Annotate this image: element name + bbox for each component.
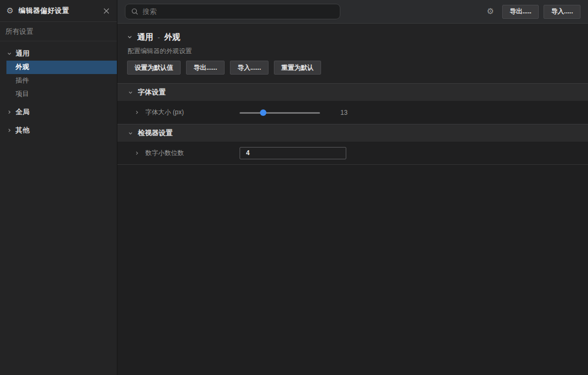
sidebar-item-all-settings[interactable]: 所有设置 bbox=[0, 22, 117, 41]
chevron-down-icon[interactable] bbox=[127, 34, 132, 40]
sidebar-item-label: 插件 bbox=[16, 76, 29, 85]
setting-label-wrap: 数字小数位数 bbox=[135, 149, 240, 158]
chevron-right-icon[interactable] bbox=[135, 110, 139, 115]
sidebar-item-label: 外观 bbox=[16, 63, 29, 72]
sidebar-item-project[interactable]: 项目 bbox=[0, 87, 117, 101]
section-title: 检视器设置 bbox=[138, 128, 173, 138]
content-empty-area bbox=[117, 165, 588, 375]
sidebar-item-plugins[interactable]: 插件 bbox=[0, 74, 117, 87]
topbar-export-button[interactable]: 导出..... bbox=[502, 5, 539, 19]
sidebar-item-other[interactable]: 其他 bbox=[0, 123, 117, 137]
chevron-right-icon[interactable] bbox=[135, 151, 139, 156]
export-button[interactable]: 导出...... bbox=[186, 61, 225, 75]
reset-default-button[interactable]: 重置为默认 bbox=[274, 61, 321, 75]
sidebar: ⚙ 编辑器偏好设置 所有设置 通用 外观 插件 项目 bbox=[0, 0, 117, 375]
page-title: 外观 bbox=[164, 32, 180, 42]
chevron-down-icon bbox=[7, 52, 12, 56]
search-input[interactable] bbox=[143, 8, 334, 16]
sidebar-item-general[interactable]: 通用 bbox=[0, 47, 117, 61]
font-size-control: 13 bbox=[240, 109, 347, 116]
section-header-inspector-settings[interactable]: 检视器设置 bbox=[117, 124, 588, 142]
import-button[interactable]: 导入...... bbox=[230, 61, 269, 75]
sidebar-item-label: 全局 bbox=[16, 107, 29, 117]
setting-row-decimal-places: 数字小数位数 bbox=[117, 142, 588, 165]
search-icon bbox=[131, 8, 138, 15]
settings-content: 通用 - 外观 配置编辑器的外观设置 设置为默认值 导出...... 导入...… bbox=[117, 24, 588, 375]
section-title: 字体设置 bbox=[138, 87, 166, 97]
page-action-buttons: 设置为默认值 导出...... 导入...... 重置为默认 bbox=[127, 61, 578, 75]
topbar: ⚙ 导出..... 导入..... bbox=[117, 0, 588, 24]
window-title: 编辑器偏好设置 bbox=[18, 6, 97, 16]
set-default-button[interactable]: 设置为默认值 bbox=[127, 61, 181, 75]
sidebar-item-label: 项目 bbox=[16, 90, 29, 99]
slider-track bbox=[240, 112, 320, 114]
chevron-right-icon bbox=[7, 110, 12, 115]
setting-label: 数字小数位数 bbox=[145, 149, 184, 158]
breadcrumb: 通用 - 外观 bbox=[127, 31, 578, 43]
search-box bbox=[125, 4, 340, 19]
sidebar-item-global[interactable]: 全局 bbox=[0, 105, 117, 119]
gear-icon: ⚙ bbox=[6, 7, 13, 15]
breadcrumb-separator: - bbox=[158, 33, 160, 41]
font-size-slider[interactable] bbox=[240, 109, 320, 116]
setting-row-font-size: 字体大小 (px) 13 bbox=[117, 101, 588, 124]
sidebar-header: ⚙ 编辑器偏好设置 bbox=[0, 0, 117, 22]
topbar-import-button[interactable]: 导入..... bbox=[544, 5, 580, 19]
sidebar-item-label: 其他 bbox=[16, 126, 29, 135]
close-icon[interactable] bbox=[102, 6, 110, 15]
chevron-down-icon bbox=[128, 90, 133, 95]
slider-thumb[interactable] bbox=[260, 109, 266, 116]
chevron-down-icon bbox=[128, 131, 133, 136]
preferences-window: ⚙ 编辑器偏好设置 所有设置 通用 外观 插件 项目 bbox=[0, 0, 588, 375]
topbar-actions: ⚙ 导出..... 导入..... bbox=[487, 5, 580, 19]
breadcrumb-parent: 通用 bbox=[137, 32, 153, 42]
sidebar-item-appearance[interactable]: 外观 bbox=[6, 61, 117, 74]
settings-gear-icon[interactable]: ⚙ bbox=[487, 8, 494, 16]
setting-label: 字体大小 (px) bbox=[145, 108, 184, 117]
decimal-places-input[interactable] bbox=[240, 147, 346, 159]
settings-tree: 通用 外观 插件 项目 全局 其他 bbox=[0, 41, 117, 137]
page-description: 配置编辑器的外观设置 bbox=[127, 47, 578, 55]
page-header: 通用 - 外观 配置编辑器的外观设置 设置为默认值 导出...... 导入...… bbox=[117, 24, 588, 83]
main-panel: ⚙ 导出..... 导入..... 通用 - 外观 配置编辑器的外观设置 设置为… bbox=[117, 0, 588, 375]
setting-label-wrap: 字体大小 (px) bbox=[135, 108, 240, 117]
font-size-value: 13 bbox=[340, 109, 347, 116]
section-header-font-settings[interactable]: 字体设置 bbox=[117, 83, 588, 101]
chevron-right-icon bbox=[7, 128, 12, 133]
sidebar-item-label: 通用 bbox=[16, 49, 29, 58]
